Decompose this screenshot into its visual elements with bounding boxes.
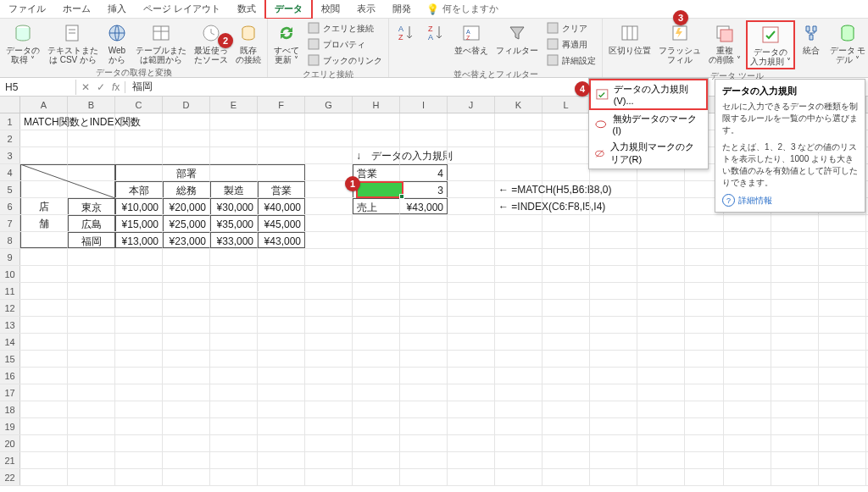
cell[interactable]: ¥35,000 <box>210 215 258 231</box>
row-header-16[interactable]: 16 <box>0 368 20 384</box>
cell[interactable] <box>115 249 163 265</box>
cell[interactable]: 総務 <box>163 181 210 197</box>
cell[interactable] <box>448 249 495 265</box>
cell[interactable] <box>305 215 353 231</box>
row-header-4[interactable]: 4 <box>0 164 20 180</box>
cell[interactable] <box>590 334 637 350</box>
cell[interactable] <box>590 317 637 333</box>
row-header-7[interactable]: 7 <box>0 215 20 231</box>
cell[interactable] <box>305 469 353 485</box>
column-header-E[interactable]: E <box>210 97 258 113</box>
cell[interactable] <box>400 283 448 299</box>
cell[interactable] <box>353 317 400 333</box>
cell[interactable] <box>448 452 495 468</box>
cell[interactable] <box>258 300 305 316</box>
cell[interactable]: ¥40,000 <box>258 198 305 214</box>
row-header-12[interactable]: 12 <box>0 300 20 316</box>
column-header-G[interactable]: G <box>305 97 353 113</box>
cell[interactable] <box>637 435 685 451</box>
cell[interactable] <box>305 368 353 384</box>
cell[interactable] <box>210 401 258 417</box>
cell[interactable] <box>590 249 637 265</box>
cell[interactable] <box>163 384 210 401</box>
cell[interactable] <box>448 130 495 146</box>
cell[interactable] <box>590 232 637 248</box>
cell[interactable]: ¥33,000 <box>210 232 258 248</box>
cell[interactable] <box>724 232 771 248</box>
cell[interactable] <box>305 164 353 180</box>
cell[interactable] <box>20 469 68 485</box>
cell[interactable] <box>20 232 68 248</box>
cell[interactable] <box>400 435 448 451</box>
tell-me-search[interactable]: 💡 何をしますか <box>426 3 498 15</box>
cell[interactable] <box>819 418 866 434</box>
ribbon-item-db[interactable]: データの 取得 ˅ <box>3 20 42 66</box>
cell[interactable] <box>353 418 400 434</box>
cell[interactable] <box>353 130 400 146</box>
cell[interactable]: ¥15,000 <box>115 215 163 231</box>
cell[interactable] <box>258 401 305 417</box>
cell[interactable] <box>590 283 637 299</box>
cell[interactable] <box>115 283 163 299</box>
cell[interactable] <box>495 384 542 401</box>
cell[interactable] <box>448 435 495 451</box>
cell[interactable] <box>819 266 866 282</box>
cell[interactable] <box>637 266 685 282</box>
cell[interactable] <box>353 435 400 451</box>
cell[interactable] <box>495 418 542 434</box>
cell[interactable] <box>542 435 590 451</box>
ribbon-item-split[interactable]: 区切り位置 <box>606 20 654 57</box>
cell[interactable] <box>163 317 210 333</box>
cell[interactable] <box>115 384 163 401</box>
cell[interactable] <box>305 435 353 451</box>
cell[interactable] <box>163 401 210 417</box>
cell[interactable] <box>163 283 210 299</box>
cell[interactable] <box>353 351 400 367</box>
cell[interactable] <box>771 401 819 417</box>
cell[interactable] <box>258 317 305 333</box>
cell[interactable]: 部署 <box>163 164 210 180</box>
cell[interactable]: 東京 <box>68 198 115 214</box>
ribbon-item-conn[interactable]: 既存 の接続 <box>233 20 264 66</box>
cell[interactable] <box>685 401 724 417</box>
ribbon-item-filter[interactable]: フィルター <box>493 20 541 57</box>
cell[interactable] <box>353 113 400 130</box>
cell[interactable] <box>20 334 68 350</box>
cell[interactable] <box>495 401 542 417</box>
cell[interactable] <box>724 249 771 265</box>
ribbon-item-table[interactable]: テーブルまた は範囲から <box>133 20 189 66</box>
cell[interactable] <box>590 181 637 197</box>
tab-home[interactable]: ホーム <box>54 0 99 18</box>
cell[interactable] <box>542 317 590 333</box>
row-header-15[interactable]: 15 <box>0 351 20 367</box>
ribbon-item-consol[interactable]: 統合 <box>798 20 825 57</box>
cell[interactable] <box>590 418 637 434</box>
cell[interactable] <box>637 198 685 214</box>
cell[interactable] <box>448 469 495 485</box>
cell[interactable] <box>305 418 353 434</box>
cell[interactable] <box>210 164 258 180</box>
cell[interactable] <box>68 130 115 146</box>
cell[interactable] <box>258 334 305 350</box>
cell[interactable] <box>68 469 115 485</box>
cell[interactable] <box>637 418 685 434</box>
name-box[interactable]: H5 <box>0 80 76 95</box>
cell[interactable] <box>448 232 495 248</box>
cell[interactable] <box>590 452 637 468</box>
cell[interactable] <box>163 266 210 282</box>
cell[interactable] <box>448 198 495 214</box>
cell[interactable]: 営業 <box>353 164 400 180</box>
cell[interactable] <box>400 334 448 350</box>
cell[interactable] <box>590 300 637 316</box>
cell[interactable] <box>400 232 448 248</box>
cell[interactable] <box>305 266 353 282</box>
cell[interactable] <box>163 300 210 316</box>
tab-file[interactable]: ファイル <box>0 0 54 18</box>
cell[interactable] <box>353 334 400 350</box>
cell[interactable] <box>448 418 495 434</box>
cell[interactable] <box>637 283 685 299</box>
cell[interactable] <box>210 469 258 485</box>
cell[interactable] <box>258 164 305 180</box>
cell[interactable] <box>448 215 495 231</box>
row-header-2[interactable]: 2 <box>0 130 20 146</box>
